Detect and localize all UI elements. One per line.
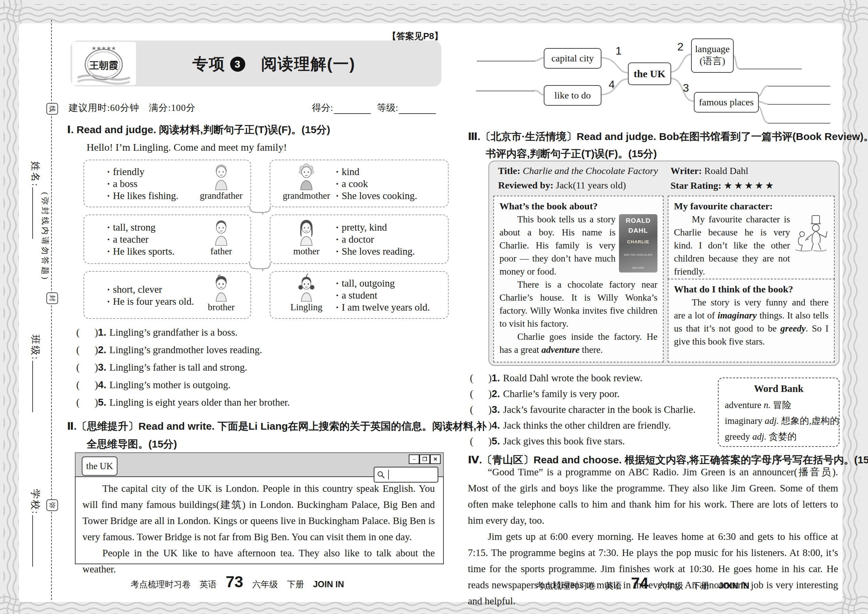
answer-paren: ) [95,379,98,391]
family-label: father [210,246,232,257]
review-favourite-cell: My favourite character: My favourite cha… [668,195,835,279]
radio-paragraph-1: “Good Time” is a programme on ABC Radio.… [468,464,838,529]
mindmap-number-1: 1 [616,45,622,57]
trait: a boss [107,178,179,190]
restore-icon[interactable]: ❐ [419,454,430,464]
about-heading: What’s the book about? [499,200,658,213]
book-reviewer: Jack(11 years old) [556,180,626,191]
judge-question-5: ()5.Lingling is eight years older than h… [76,397,290,408]
review-about-cell: What’s the book about? ROALD DAHL CHARLI… [493,195,664,363]
family-label: mother [293,246,319,257]
page-number: 73 [226,572,243,591]
review-question-3: ()3.Jack’s favourite character in the bo… [470,404,695,415]
footer-grade: 六年级 [252,578,278,590]
about-paragraph-1: This book tells us a story about a boy. … [499,214,616,277]
worksheet-spread: 线 封 弥 姓名: 班级: 学校: (弥封线内请勿答题) 【答案见P8】 ★★★… [0,0,868,614]
review-reviewer-row: Reviewed by: Jack(11 years old) [498,180,626,191]
question-number: 4. [492,420,500,431]
opinion-heading: What do I think of the book? [674,283,829,296]
search-icon [376,470,386,479]
close-icon[interactable]: ✕ [430,454,441,464]
word-bank-entry: greedy adj. 贪婪的 [725,430,796,443]
answer-paren: ) [488,372,492,384]
family-card-father: tall, strong a teacher He likes sports. … [84,214,251,264]
brand-logo: ★★★★★ 王朝霞 [72,42,136,85]
brother-avatar [212,273,231,302]
family-card-mother: mother pretty, kind a doctor She loves r… [270,214,449,264]
favourite-heading: My favourite character: [674,200,829,213]
grade-label: 等级: [377,102,398,114]
browser-tab-label: the UK [86,461,114,471]
review-question-2: ()2.Charlie’s family is very poor. [470,388,620,400]
grandmother-avatar [297,162,316,191]
radio-paragraph-2: Jim gets up at 6:00 every morning. He le… [468,529,838,609]
answer-paren: ) [95,362,98,373]
footer-subject: 英语 [605,580,622,591]
seal-char-mid: 封 [47,292,58,304]
review-opinion-cell: What do I think of the book? The story i… [668,279,835,363]
question-number: 2. [98,344,106,355]
footer-series: 考点梳理时习卷 [536,580,596,591]
cover-text: ROALD [619,217,658,224]
answer-paren: ) [95,344,98,355]
trait: He is four years old. [107,296,194,307]
mindmap-blank-famous-3 [768,122,830,124]
mindmap-blank-capital [477,60,535,61]
trait: I am twelve years old. [336,301,430,313]
seal-char-label: 弥 [48,502,57,509]
browser-tab[interactable]: the UK [82,456,117,476]
family-label: grandfather [200,191,243,201]
answer-paren: ( [470,420,473,431]
school-blank [32,515,34,567]
seal-char-label: 线 [48,106,57,112]
page-number: 74 [631,574,649,592]
school-field: 学校: [29,489,42,567]
question-text: Charlie’s family is very poor. [503,388,620,400]
review-question-5: ()5.Jack gives this book five stars. [470,436,625,447]
seal-note: (弥封线内请勿答题) [40,192,50,281]
search-input[interactable] [374,467,438,482]
question-text: Lingling’s grandmother loves reading. [110,344,263,355]
question-number: 2. [492,388,500,400]
question-number: 5. [98,397,106,408]
trait: tall, outgoing [336,277,430,289]
trait: a cook [336,178,417,190]
trait: pretty, kind [336,222,415,233]
minimize-icon[interactable]: − [409,454,419,464]
answer-paren: ( [76,344,80,355]
seal-char-bottom: 弥 [47,499,58,511]
question-text: Jack thinks the other children are frien… [503,420,671,431]
cover-text: DAHL [619,227,658,234]
score-line: 得分: 等级: [312,102,442,114]
question-text: Jack gives this book five stars. [503,436,625,447]
answer-paren: ( [470,404,473,415]
footer-volume: 下册 [692,580,709,591]
judge-question-2: ()2.Lingling’s grandmother loves reading… [76,344,262,355]
trait: a doctor [336,233,415,245]
mindmap-node-like-to-do: like to do [544,85,602,106]
uk-passage: The capital city of the UK is London. Pe… [82,481,435,577]
mindmap-blank-famous-2 [768,103,830,105]
trait: friendly [107,166,179,178]
about-paragraph-2: There is a chocolate factory near Charli… [499,279,658,329]
question-number: 1. [98,327,106,338]
question-text: Roald Dahl wrote the book review. [503,372,642,384]
section1-intro: Hello! I’m Lingling. Come and meet my fa… [87,141,287,153]
class-field: 班级: [29,335,42,412]
question-number: 3. [492,404,500,415]
question-text: Lingling’s grandfather is a boss. [110,327,238,338]
section3-heading-line2: 书评内容,判断句子正(T)误(F)。(15分) [486,147,657,161]
review-writer-row: Writer: Roald Dahl [670,166,748,177]
score-label: 得分: [312,102,333,114]
section2-heading-line2: 全思维导图。(15分) [87,437,177,451]
mindmap-blank-like [476,90,535,91]
lingling-avatar [297,273,316,302]
mindmap-node-famous-places: famous places [694,92,759,113]
about-paragraph-3: Charlie goes inside the factory. He has … [499,330,658,356]
book-title: Charlie and the Chocolate Factory [523,166,658,176]
footer-subject: 英语 [199,578,217,590]
review-title-row: Title: Charlie and the Chocolate Factory [498,166,658,177]
question-number: 4. [98,379,106,391]
footer-volume: 下册 [287,578,304,590]
grandfather-avatar [212,162,231,191]
